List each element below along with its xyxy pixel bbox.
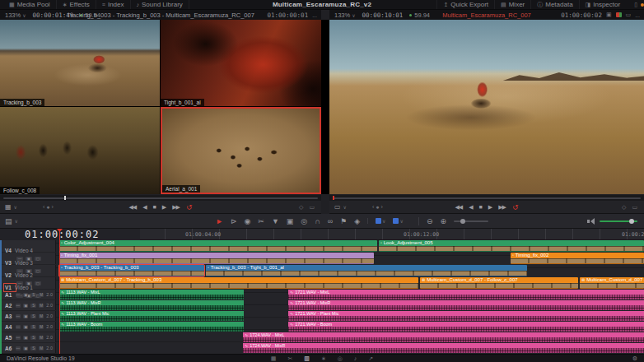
- audio-clip[interactable]: ∿1724.WAV - MixR: [243, 343, 644, 353]
- audio-clip[interactable]: ∿1113.WAV - Plant Mic: [59, 311, 244, 321]
- source-scrub-playhead[interactable]: [64, 196, 66, 200]
- panel-toggle-icon[interactable]: ▯: [634, 2, 637, 8]
- multicam-angle-aerial[interactable]: Aerial_a_001: [161, 107, 321, 194]
- loop-range-icon[interactable]: ◇: [622, 204, 626, 211]
- timeline-playhead[interactable]: [59, 229, 60, 354]
- topbar-button-index[interactable]: ≡Index: [96, 0, 131, 9]
- page-icon-media[interactable]: ▦: [271, 355, 277, 362]
- track-header-a4[interactable]: A4—▣SM2.0: [2, 322, 56, 332]
- page-icon-fusion[interactable]: ∗: [321, 355, 326, 362]
- zoom-out-icon[interactable]: ⊖: [427, 217, 433, 225]
- multicam-angle-tracking[interactable]: Tracking_b_003: [0, 20, 160, 106]
- page-icon-cut[interactable]: ✂: [287, 355, 292, 362]
- replace-clip-tool[interactable]: ◎: [301, 217, 307, 225]
- audio-clip[interactable]: ∿1721.WAV - MixR: [288, 300, 644, 310]
- source-zoom-select[interactable]: 133% ∨: [5, 12, 26, 19]
- jog-control[interactable]: ‹ ● ›: [372, 204, 383, 210]
- timeline-scrub-playhead[interactable]: [333, 196, 334, 200]
- multicam-grid-icon[interactable]: ▦: [5, 203, 12, 211]
- mute-button[interactable]: M: [39, 325, 44, 329]
- timeline-clip[interactable]: ▫Tracking_b_003 - Tight_b_001_al: [206, 265, 527, 276]
- track-lock-icon[interactable]: ▣: [23, 314, 28, 318]
- solo-button[interactable]: S: [30, 314, 35, 318]
- flag-color-picker[interactable]: ∨: [376, 218, 385, 224]
- track-header-a2[interactable]: A2—▣SM2.0: [2, 300, 56, 311]
- selection-mode-tool[interactable]: ►: [216, 217, 223, 225]
- timeline-clip[interactable]: ▫Color_Adjustment_004: [59, 240, 377, 252]
- solo-button[interactable]: S: [30, 346, 35, 350]
- marker-tool[interactable]: ◈: [354, 217, 360, 225]
- audio-clip[interactable]: ∿1721.WAV - MixL: [288, 290, 644, 299]
- audio-clip[interactable]: ∿1721.WAV - Plant Mic: [288, 311, 644, 321]
- marker-color-picker[interactable]: ∨: [393, 218, 403, 224]
- match-frame-icon[interactable]: ▭: [309, 204, 315, 211]
- loop-button[interactable]: ↺: [512, 203, 519, 211]
- track-header-v2[interactable]: V2Video 2—▣▢: [2, 265, 56, 277]
- source-scrub-bar[interactable]: [0, 195, 321, 201]
- multicam-angle-follow[interactable]: Follow_c_008: [0, 107, 160, 194]
- play-button[interactable]: ▶: [162, 204, 166, 211]
- page-icon-deliver[interactable]: ↗: [368, 355, 373, 362]
- solo-button[interactable]: S: [30, 304, 35, 308]
- topbar-button-mixer[interactable]: ▤Mixer: [494, 0, 530, 9]
- timeline-scrub-bar[interactable]: [329, 195, 644, 201]
- timeline-zoom-select[interactable]: 133% ∨: [334, 12, 356, 19]
- solo-button[interactable]: S: [30, 293, 35, 297]
- zoom-in-icon[interactable]: ⊕: [440, 217, 446, 225]
- razor-tool[interactable]: ✂: [258, 217, 264, 225]
- timeline-clip[interactable]: ⊞Multicam_Custom_d_007 - Aerial_a_004: [580, 277, 644, 289]
- dynamic-trim-tool[interactable]: ◉: [244, 217, 250, 225]
- mute-button[interactable]: M: [39, 293, 44, 297]
- timeline-viewer-frame[interactable]: [329, 20, 644, 194]
- insert-clip-tool[interactable]: ▼: [272, 217, 279, 225]
- match-frame-icon[interactable]: ▭: [632, 204, 637, 211]
- track-disable-icon[interactable]: —: [16, 346, 21, 350]
- go-to-last-frame-button[interactable]: ▶▶: [498, 204, 506, 211]
- track-header-v4[interactable]: V4Video 4—▣▢: [2, 240, 56, 253]
- go-to-last-frame-button[interactable]: ▶▶: [172, 204, 180, 211]
- loop-button[interactable]: ↺: [186, 203, 193, 211]
- timeline-clip[interactable]: ⊞Multicam_Custom_d_007 - Tracking_b_003: [59, 277, 418, 289]
- audio-clip[interactable]: ∿1113.WAV - MixR: [59, 300, 244, 310]
- audio-level-slider[interactable]: [600, 220, 637, 222]
- jog-control[interactable]: ‹ ● ›: [43, 204, 54, 210]
- play-button[interactable]: ▶: [488, 204, 492, 211]
- mute-button[interactable]: M: [39, 336, 44, 340]
- step-back-button[interactable]: ◀: [142, 204, 146, 211]
- slider-knob[interactable]: [629, 219, 634, 224]
- track-header-a1[interactable]: A1—▣SM2.0: [2, 290, 56, 300]
- page-icon-edit[interactable]: ▥: [304, 355, 310, 362]
- topbar-button-media-pool[interactable]: ▦Media Pool: [3, 0, 57, 9]
- track-lock-icon[interactable]: ▣: [23, 336, 28, 340]
- source-clip-title[interactable]: Tracking_b_003 - Tracking_b_003 - Multic…: [67, 12, 254, 19]
- multicam-angle-tight[interactable]: Tight_b_001_al: [161, 20, 321, 106]
- audio-clip[interactable]: ∿1721.WAV - Boom: [288, 322, 644, 332]
- track-disable-icon[interactable]: —: [16, 304, 21, 308]
- track-header-v3[interactable]: V3Video 3—▣▢: [2, 253, 56, 265]
- viewer-options-icon[interactable]: ...: [312, 12, 317, 18]
- timeline-view-options-icon[interactable]: ▤: [5, 217, 12, 225]
- slider-knob[interactable]: [460, 219, 465, 224]
- linked-selection-tool[interactable]: ∞: [328, 217, 333, 225]
- topbar-button-metadata[interactable]: ⓘMetadata: [530, 0, 578, 9]
- page-icon-fairlight[interactable]: ♪: [354, 355, 357, 362]
- track-header-a5[interactable]: A5—▣SM2.0: [2, 332, 56, 343]
- timeline-clip[interactable]: ▫Timing_fix_001: [59, 253, 374, 264]
- topbar-button-effects[interactable]: ∗Effects: [57, 0, 96, 9]
- mute-button[interactable]: M: [39, 346, 44, 350]
- audio-clip[interactable]: ∿1113.WAV - MixL: [59, 290, 244, 299]
- timeline-clip-title[interactable]: Multicam_Escaramuza_RC_007: [442, 12, 531, 19]
- track-lock-icon[interactable]: ▣: [23, 346, 28, 350]
- timeline-clip[interactable]: ▫Timing_fix_002: [511, 253, 644, 264]
- timeline-clip[interactable]: ▫Look_Adjustment_005: [379, 240, 644, 252]
- topbar-button-sound-library[interactable]: ♪Sound Library: [131, 0, 189, 9]
- mute-button[interactable]: M: [39, 304, 44, 308]
- track-disable-icon[interactable]: —: [16, 293, 21, 297]
- trim-edit-mode-tool[interactable]: ⊳: [231, 217, 237, 225]
- stop-button[interactable]: ■: [479, 204, 482, 210]
- go-to-first-frame-button[interactable]: ◀◀: [455, 204, 462, 211]
- track-lock-icon[interactable]: ▣: [23, 304, 28, 308]
- topbar-button-quick-export[interactable]: ↥Quick Export: [436, 0, 494, 9]
- solo-button[interactable]: S: [30, 325, 35, 329]
- track-id-badge[interactable]: A2: [5, 303, 13, 309]
